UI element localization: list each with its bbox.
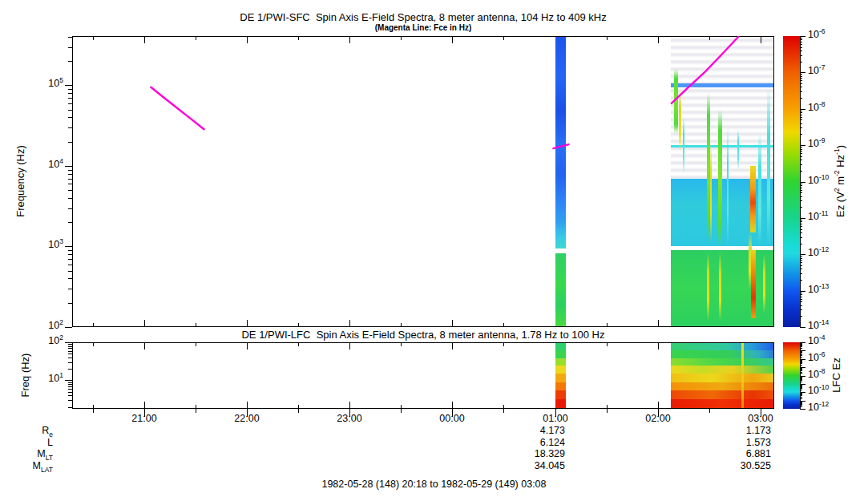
- orbit-value-0100: 34.045: [535, 461, 565, 472]
- sfc-cbar-minor-tick: [800, 262, 802, 263]
- sfc-cbar-minor-tick: [800, 207, 802, 208]
- sfc-y-tick-label: 104: [48, 160, 63, 171]
- sfc-y-minor-tick: [68, 254, 72, 255]
- lfc-cbar-tick-label: 10-10: [808, 386, 829, 397]
- lfc-cbar-minor-tick: [800, 387, 802, 388]
- lfc-cbar-minor-tick: [800, 352, 802, 353]
- sfc-cbar-minor-tick: [800, 171, 802, 172]
- sfc-cbar-minor-tick: [800, 123, 802, 124]
- sfc-cbar-minor-tick: [800, 47, 802, 48]
- lfc-y-minor-tick: [68, 354, 72, 354]
- lfc-cbar-minor-tick: [800, 404, 802, 405]
- axis-overlay: 21:0022:0023:0000:0001:0002:0003:0010210…: [0, 0, 868, 497]
- sfc-cbar-minor-tick: [800, 78, 802, 79]
- lfc-cbar-minor-tick: [800, 363, 802, 364]
- sfc-cbar-minor-tick: [800, 42, 802, 42]
- sfc-y-tick-label: 102: [48, 321, 63, 332]
- sfc-y-minor-tick: [68, 127, 72, 128]
- lfc-y-minor-tick: [68, 358, 72, 358]
- sfc-cbar-major-tick: [800, 109, 805, 110]
- sfc-cbar-tick-label: 10-7: [808, 66, 825, 77]
- sfc-cbar-minor-tick: [800, 127, 802, 128]
- x-tick-label: 01:00: [535, 414, 575, 425]
- orbit-row-label: L: [47, 438, 53, 449]
- sfc-cbar-minor-tick: [800, 244, 802, 244]
- sfc-y-minor-tick: [68, 37, 72, 38]
- x-minor-tick: [607, 409, 608, 413]
- lfc-cbar-minor-tick: [800, 344, 802, 345]
- orbit-value-0100: 4.173: [540, 426, 565, 437]
- lfc-cbar-minor-tick: [800, 398, 802, 399]
- lfc-y-minor-tick: [68, 369, 72, 370]
- lfc-cbar-minor-tick: [800, 353, 802, 354]
- lfc-cbar-minor-tick: [800, 361, 802, 362]
- sfc-cbar-minor-tick: [800, 192, 802, 193]
- sfc-cbar-minor-tick: [800, 74, 802, 75]
- lfc-cbar-minor-tick: [800, 368, 802, 369]
- sfc-cbar-minor-tick: [800, 316, 802, 317]
- x-tick-label: 03:00: [741, 414, 781, 425]
- sfc-y-minor-tick: [68, 184, 72, 184]
- lfc-cbar-minor-tick: [800, 348, 802, 349]
- lfc-cbar-minor-tick: [800, 354, 802, 355]
- sfc-cbar-minor-tick: [800, 221, 802, 222]
- lfc-cbar-minor-tick: [800, 403, 802, 404]
- sfc-cbar-minor-tick: [800, 119, 802, 120]
- lfc-cbar-minor-tick: [800, 372, 802, 373]
- lfc-y-minor-tick: [68, 386, 72, 387]
- sfc-cbar-major-tick: [800, 327, 805, 328]
- sfc-y-minor-tick: [68, 179, 72, 180]
- lfc-cbar-minor-tick: [800, 386, 802, 386]
- lfc-cbar-minor-tick: [800, 351, 802, 352]
- sfc-cbar-tick-label: 10-8: [808, 103, 825, 114]
- lfc-cbar-minor-tick: [800, 355, 802, 356]
- lfc-cbar-tick-label: 10-4: [808, 336, 825, 347]
- sfc-y-major-tick: [65, 85, 72, 86]
- lfc-cbar-minor-tick: [800, 369, 802, 370]
- sfc-cbar-minor-tick: [800, 294, 802, 295]
- sfc-cbar-tick-label: 10-10: [808, 176, 829, 187]
- lfc-cbar-minor-tick: [800, 393, 802, 394]
- lfc-y-minor-tick: [68, 348, 72, 349]
- lfc-y-minor-tick: [68, 362, 72, 363]
- lfc-cbar-minor-tick: [800, 386, 802, 387]
- sfc-cbar-major-tick: [800, 218, 805, 219]
- sfc-cbar-minor-tick: [800, 305, 802, 306]
- lfc-cbar-minor-tick: [800, 397, 802, 398]
- x-minor-tick: [709, 409, 710, 413]
- lfc-y-minor-tick: [68, 392, 72, 393]
- sfc-cbar-minor-tick: [800, 83, 802, 84]
- lfc-cbar-tick-label: 10-12: [808, 402, 829, 414]
- lfc-cbar-minor-tick: [800, 380, 802, 381]
- sfc-cbar-major-tick: [800, 145, 805, 146]
- sfc-cbar-minor-tick: [800, 226, 802, 227]
- sfc-cbar-major-tick: [800, 291, 805, 292]
- sfc-cbar-tick-label: 10-13: [808, 285, 829, 296]
- orbit-value-0300: 6.881: [746, 449, 771, 460]
- x-minor-tick: [93, 409, 94, 413]
- lfc-y-major-tick: [65, 342, 72, 343]
- x-minor-tick: [298, 409, 299, 413]
- sfc-y-minor-tick: [68, 61, 72, 62]
- sfc-cbar-minor-tick: [800, 156, 802, 157]
- sfc-cbar-minor-tick: [800, 265, 802, 266]
- sfc-cbar-minor-tick: [800, 301, 802, 302]
- sfc-y-minor-tick: [68, 208, 72, 209]
- lfc-cbar-minor-tick: [800, 388, 802, 389]
- sfc-cbar-major-tick: [800, 72, 805, 73]
- sfc-cbar-minor-tick: [800, 164, 802, 165]
- x-tick-label: 22:00: [227, 414, 267, 425]
- lfc-cbar-minor-tick: [800, 357, 802, 358]
- x-tick-label: 23:00: [329, 414, 369, 425]
- sfc-cbar-minor-tick: [800, 256, 802, 257]
- sfc-y-minor-tick: [68, 289, 72, 289]
- sfc-cbar-minor-tick: [800, 293, 802, 293]
- sfc-y-minor-tick: [68, 110, 72, 111]
- x-minor-tick: [503, 409, 504, 413]
- lfc-cbar-tick-label: 10-6: [808, 353, 825, 364]
- lfc-y-minor-tick: [68, 395, 72, 396]
- sfc-y-minor-tick: [68, 142, 72, 143]
- sfc-y-minor-tick: [68, 278, 72, 279]
- sfc-cbar-minor-tick: [800, 232, 802, 233]
- sfc-cbar-minor-tick: [800, 188, 802, 188]
